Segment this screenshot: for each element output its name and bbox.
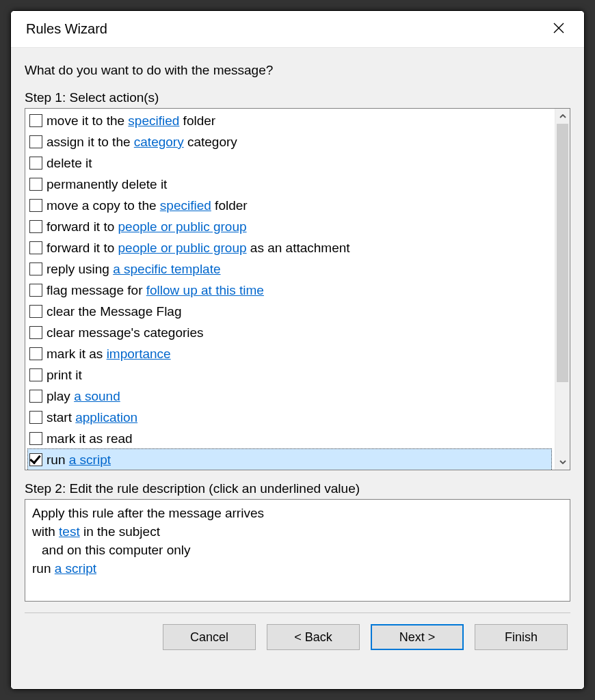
action-checkbox[interactable] [29,220,42,233]
action-checkbox[interactable] [29,241,42,254]
scroll-thumb[interactable] [557,124,568,382]
action-label: run a script [47,450,111,470]
content-area: What do you want to do with the message?… [11,48,584,689]
description-line: with test in the subject [32,522,563,541]
actions-listbox: move it to the specified folderassign it… [25,108,570,470]
action-checkbox[interactable] [29,135,42,148]
action-checkbox[interactable] [29,347,42,360]
action-label: move a copy to the specified folder [47,196,248,215]
close-icon[interactable] [547,19,570,40]
action-link[interactable]: application [75,410,137,425]
action-checkbox[interactable] [29,326,42,339]
action-link[interactable]: specified [160,198,211,213]
action-link[interactable]: specified [128,113,179,128]
action-checkbox[interactable] [29,114,42,127]
action-item[interactable]: reply using a specific template [28,258,555,280]
scroll-track[interactable] [555,124,570,455]
action-link[interactable]: people or public group [118,219,247,234]
rule-description-box[interactable]: Apply this rule after the message arrive… [25,499,570,602]
action-label: forward it to people or public group as … [47,238,350,258]
scroll-down-icon[interactable] [555,455,570,470]
action-item[interactable]: clear message's categories [28,322,555,343]
action-item[interactable]: print it [28,364,555,386]
window-title: Rules Wizard [26,21,107,37]
action-item[interactable]: move a copy to the specified folder [28,195,555,216]
action-checkbox[interactable] [29,390,42,403]
action-label: flag message for follow up at this time [47,280,264,300]
action-item[interactable]: clear the Message Flag [28,301,555,322]
action-checkbox[interactable] [29,157,42,170]
wizard-question: What do you want to do with the message? [25,63,570,78]
description-line: Apply this rule after the message arrive… [32,504,563,522]
action-link[interactable]: a specific template [113,262,220,276]
back-button[interactable]: < Back [267,624,360,650]
action-label: forward it to people or public group [47,217,247,237]
action-label: mark it as importance [47,344,171,364]
action-label: clear the Message Flag [47,301,182,321]
action-link[interactable]: people or public group [118,241,247,255]
action-checkbox[interactable] [29,199,42,212]
action-checkbox[interactable] [29,368,42,381]
action-checkbox[interactable] [29,305,42,318]
action-item[interactable]: play a sound [28,386,555,407]
action-label: mark it as read [47,429,133,448]
action-item[interactable]: mark it as importance [28,343,555,364]
action-checkbox[interactable] [29,262,42,275]
description-line: run a script [32,559,563,578]
action-item[interactable]: mark it as read [28,428,555,449]
rules-wizard-window: Rules Wizard What do you want to do with… [10,10,585,690]
action-checkbox[interactable] [29,411,42,424]
action-link[interactable]: a script [69,453,111,467]
titlebar: Rules Wizard [11,11,584,48]
action-label: play a sound [47,386,120,406]
action-link[interactable]: importance [107,347,171,361]
action-item[interactable]: flag message for follow up at this time [28,280,555,301]
action-item[interactable]: run a script [27,448,552,470]
divider [25,612,570,613]
action-label: clear message's categories [47,323,204,342]
step1-label: Step 1: Select action(s) [25,90,570,105]
action-checkbox[interactable] [29,432,42,445]
action-checkbox[interactable] [29,284,42,297]
action-link[interactable]: a sound [74,389,120,403]
action-label: assign it to the category category [47,132,237,152]
action-item[interactable]: assign it to the category category [28,131,555,152]
scroll-up-icon[interactable] [555,109,570,124]
step2-label: Step 2: Edit the rule description (click… [25,481,570,496]
action-link[interactable]: follow up at this time [146,283,264,297]
cancel-button[interactable]: Cancel [163,624,256,650]
action-label: move it to the specified folder [47,111,215,131]
action-item[interactable]: forward it to people or public group as … [28,237,555,258]
description-line: and on this computer only [32,541,563,559]
action-label: permanently delete it [47,174,167,194]
actions-scrollbar[interactable] [555,109,570,470]
action-item[interactable]: start application [28,407,555,428]
action-item[interactable]: forward it to people or public group [28,216,555,237]
action-label: delete it [47,153,92,173]
action-item[interactable]: delete it [28,152,555,174]
action-item[interactable]: move it to the specified folder [28,110,555,131]
action-checkbox[interactable] [29,178,42,191]
action-label: print it [47,365,82,385]
action-link[interactable]: category [134,135,184,149]
action-item[interactable]: permanently delete it [28,174,555,195]
actions-list[interactable]: move it to the specified folderassign it… [25,109,555,470]
description-link[interactable]: test [59,524,80,539]
button-bar: Cancel < Back Next > Finish [25,624,570,660]
action-label: reply using a specific template [47,259,221,279]
next-button[interactable]: Next > [371,624,464,650]
finish-button[interactable]: Finish [475,624,568,650]
action-label: start application [47,407,137,427]
description-link[interactable]: a script [55,561,96,576]
action-checkbox[interactable] [29,453,42,466]
